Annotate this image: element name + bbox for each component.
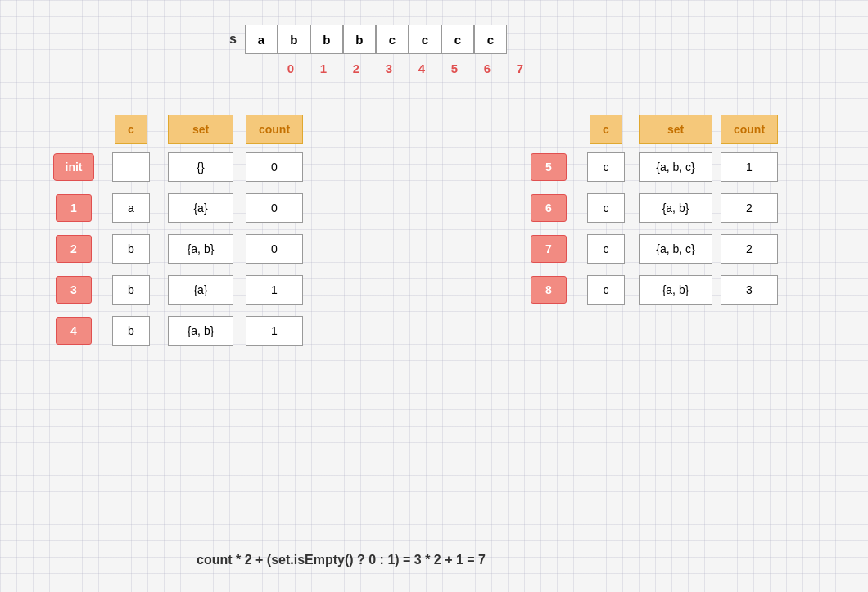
left-c-4: b: [112, 316, 150, 346]
left-c-init: [112, 152, 150, 182]
step-6: 6: [531, 194, 567, 222]
string-cell-5: c: [409, 25, 441, 54]
right-set-8: {a, b}: [639, 275, 712, 305]
left-table-header: c set count: [49, 115, 303, 144]
string-cell-2: b: [310, 25, 343, 54]
left-header-set: set: [168, 115, 233, 144]
left-count-4: 1: [246, 316, 303, 346]
step-4: 4: [56, 317, 92, 345]
index-7: 7: [504, 61, 536, 75]
right-set-5: {a, b, c}: [639, 152, 712, 182]
left-row-init: init {} 0: [49, 152, 303, 182]
left-count-init: 0: [246, 152, 303, 182]
step-8: 8: [531, 276, 567, 304]
left-header-c: c: [115, 115, 147, 144]
left-c-1: a: [112, 193, 150, 223]
right-header-set: set: [639, 115, 712, 144]
index-3: 3: [373, 61, 405, 75]
right-row-5: 5 c {a, b, c} 1: [524, 152, 778, 182]
string-cell-3: b: [343, 25, 376, 54]
left-count-2: 0: [246, 234, 303, 264]
left-row-2: 2 b {a, b} 0: [49, 234, 303, 264]
right-row-6: 6 c {a, b} 2: [524, 193, 778, 223]
right-c-6: c: [587, 193, 625, 223]
right-count-8: 3: [721, 275, 778, 305]
right-c-7: c: [587, 234, 625, 264]
left-header-count: count: [246, 115, 303, 144]
right-row-8: 8 c {a, b} 3: [524, 275, 778, 305]
right-set-6: {a, b}: [639, 193, 712, 223]
right-c-5: c: [587, 152, 625, 182]
indices-row: 0 1 2 3 4 5 6 7: [274, 61, 536, 75]
left-row-1: 1 a {a} 0: [49, 193, 303, 223]
formula: count * 2 + (set.isEmpty() ? 0 : 1) = 3 …: [197, 553, 486, 567]
left-table: c set count init {} 0 1 a {a}: [49, 115, 303, 357]
left-c-3: b: [112, 275, 150, 305]
left-c-2: b: [112, 234, 150, 264]
step-3: 3: [56, 276, 92, 304]
string-array: s a b b b c c c c: [229, 25, 507, 54]
left-set-init: {}: [168, 152, 233, 182]
string-cell-0: a: [245, 25, 278, 54]
index-4: 4: [405, 61, 438, 75]
right-c-8: c: [587, 275, 625, 305]
left-set-3: {a}: [168, 275, 233, 305]
string-cell-1: b: [278, 25, 310, 54]
step-1: 1: [56, 194, 92, 222]
index-1: 1: [307, 61, 340, 75]
string-cell-6: c: [441, 25, 474, 54]
string-cell-4: c: [376, 25, 409, 54]
left-row-4: 4 b {a, b} 1: [49, 316, 303, 346]
string-label: s: [229, 32, 237, 47]
index-0: 0: [274, 61, 307, 75]
right-count-6: 2: [721, 193, 778, 223]
left-set-1: {a}: [168, 193, 233, 223]
string-cell-7: c: [474, 25, 507, 54]
right-header-count: count: [721, 115, 778, 144]
right-table: c set count 5 c {a, b, c} 1 6 c {a,: [524, 115, 778, 316]
right-header-c: c: [590, 115, 622, 144]
index-6: 6: [471, 61, 504, 75]
left-count-3: 1: [246, 275, 303, 305]
step-init: init: [53, 153, 94, 181]
right-count-7: 2: [721, 234, 778, 264]
right-count-5: 1: [721, 152, 778, 182]
left-row-3: 3 b {a} 1: [49, 275, 303, 305]
step-7: 7: [531, 235, 567, 263]
right-row-7: 7 c {a, b, c} 2: [524, 234, 778, 264]
right-set-7: {a, b, c}: [639, 234, 712, 264]
step-5: 5: [531, 153, 567, 181]
left-set-2: {a, b}: [168, 234, 233, 264]
step-2: 2: [56, 235, 92, 263]
right-table-header: c set count: [524, 115, 778, 144]
left-set-4: {a, b}: [168, 316, 233, 346]
index-2: 2: [340, 61, 373, 75]
index-5: 5: [438, 61, 471, 75]
left-count-1: 0: [246, 193, 303, 223]
